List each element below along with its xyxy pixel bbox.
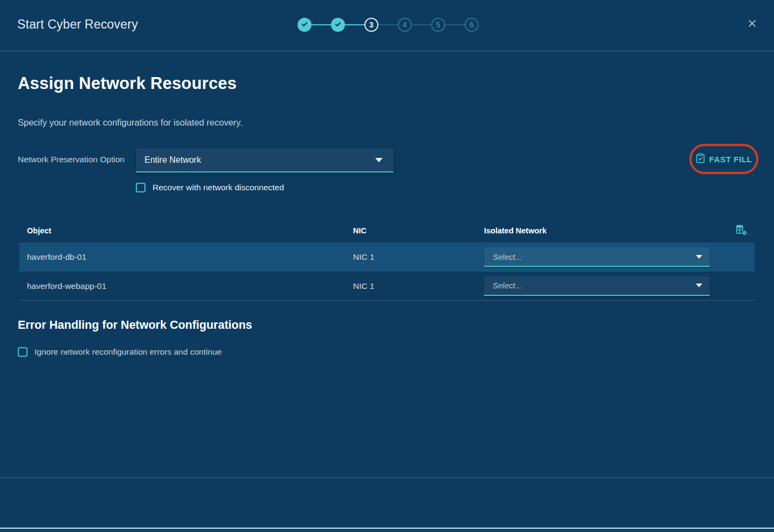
object-cell: haverford-webapp-01: [19, 281, 353, 291]
stepper-connector: [345, 24, 364, 25]
stepper-connector: [312, 24, 331, 25]
recover-disconnected-checkbox[interactable]: [136, 183, 146, 192]
clipboard-check-icon: [696, 153, 705, 165]
stepper-connector: [378, 24, 398, 25]
select-placeholder: Select...: [493, 281, 696, 290]
isolated-network-select[interactable]: Select...: [484, 277, 710, 296]
close-button[interactable]: [745, 17, 759, 31]
chevron-down-icon: [375, 158, 383, 162]
column-header-nic: NIC: [353, 226, 484, 235]
stepper-connector: [412, 24, 431, 25]
chevron-down-icon: [696, 284, 702, 287]
check-icon: [334, 20, 342, 30]
step-2-completed: [331, 18, 345, 32]
fast-fill-label: FAST FILL: [709, 155, 752, 164]
isolated-network-select[interactable]: Select...: [484, 247, 710, 267]
network-assignment-table: Object NIC Isolated Network: [19, 218, 755, 301]
wizard-stepper: 3 4 5 6: [298, 18, 479, 32]
recover-disconnected-checkbox-row[interactable]: Recover with network disconnected: [136, 183, 284, 192]
nic-cell: NIC 1: [353, 252, 484, 262]
dialog-title: Start Cyber Recovery: [17, 17, 138, 32]
object-cell: haverford-db-01: [19, 252, 353, 262]
table-settings-icon: [735, 224, 747, 237]
stepper-connector: [445, 24, 465, 25]
fast-fill-annotation-ellipse: FAST FILL: [689, 144, 758, 174]
bottom-edge-divider: [0, 527, 774, 532]
page-description: Specify your network configurations for …: [18, 118, 243, 128]
start-cyber-recovery-dialog: Start Cyber Recovery 3 4 5 6: [0, 0, 774, 532]
table-row: haverford-webapp-01 NIC 1 Select...: [19, 272, 755, 301]
step-6: 6: [465, 18, 479, 32]
column-header-object: Object: [19, 226, 353, 235]
step-3-active: 3: [364, 18, 378, 32]
check-icon: [301, 20, 308, 30]
step-4: 4: [398, 18, 412, 32]
nic-cell: NIC 1: [353, 281, 484, 291]
error-handling-heading: Error Handling for Network Configuration…: [18, 319, 252, 332]
select-placeholder: Select...: [493, 252, 696, 261]
network-preservation-dropdown[interactable]: Entire Network: [136, 148, 393, 172]
fast-fill-button[interactable]: FAST FILL: [693, 153, 756, 165]
page-title: Assign Network Resources: [18, 74, 237, 93]
dialog-footer: BACK NEXT: [0, 478, 774, 528]
ignore-errors-checkbox-row[interactable]: Ignore network reconfiguration errors an…: [18, 347, 222, 357]
recover-disconnected-label: Recover with network disconnected: [153, 183, 284, 192]
column-header-isolated-network: Isolated Network: [484, 226, 729, 235]
network-preservation-label: Network Preservation Option: [18, 155, 125, 164]
table-settings-button[interactable]: [735, 224, 747, 237]
table-row: haverford-db-01 NIC 1 Select...: [19, 243, 755, 272]
ignore-errors-label: Ignore network reconfiguration errors an…: [34, 347, 222, 357]
close-icon: [748, 19, 757, 30]
ignore-errors-checkbox[interactable]: [18, 347, 27, 357]
step-1-completed: [298, 18, 312, 32]
dialog-header: Start Cyber Recovery 3 4 5 6: [0, 0, 774, 51]
chevron-down-icon: [696, 255, 702, 259]
table-header-row: Object NIC Isolated Network: [19, 218, 755, 243]
network-preservation-value: Entire Network: [144, 155, 375, 165]
step-5: 5: [431, 18, 445, 32]
